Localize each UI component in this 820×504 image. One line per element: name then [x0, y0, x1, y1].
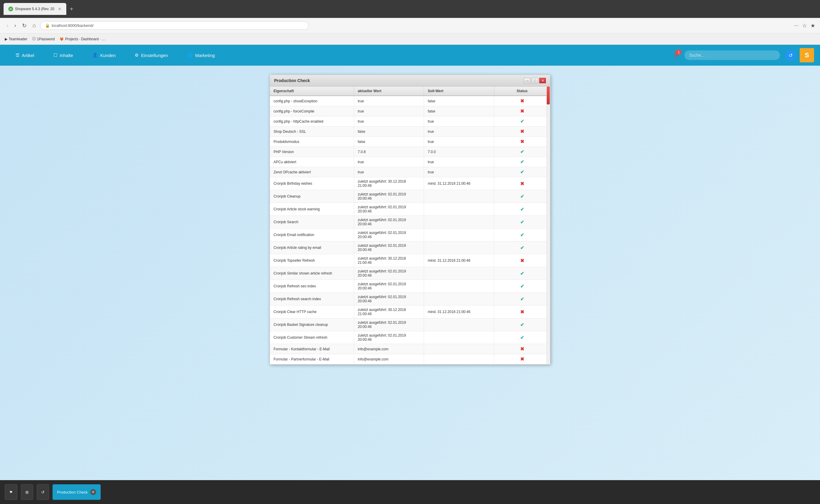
bookmark-1password[interactable]: ⓘ 1Password — [32, 36, 55, 41]
cell-aktwert: info@example.com — [354, 354, 424, 364]
favicon-icon: G — [8, 7, 13, 11]
bookmark-projects[interactable]: 🦊 Projects · Dashboard · … — [59, 37, 105, 41]
nav-einstellungen-label: Einstellungen — [141, 53, 168, 58]
cell-eigenschaft: Cronjob Customer Stream refresh — [270, 331, 354, 344]
browser-tab[interactable]: G Shopware 5.4.3 (Rev. 20 ✕ — [4, 3, 66, 15]
cell-eigenschaft: Formular - Kontaktformular - E-Mail — [270, 344, 354, 354]
modal-close-button[interactable]: ✕ — [539, 78, 546, 83]
cell-status: ✔ — [494, 157, 550, 167]
cell-aktwert: zuletzt ausgeführt: 30.12.2018 21:00:46 — [354, 177, 424, 190]
scrollbar-track[interactable] — [547, 87, 550, 364]
cell-sollwert — [424, 190, 494, 203]
cell-status: ✔ — [494, 267, 550, 280]
einstellungen-icon: ⚙ — [135, 53, 139, 58]
nav-inhalte[interactable]: ☐ Inhalte — [44, 45, 83, 66]
address-bar[interactable]: 🔒 localhost:8000/backend/ — [40, 21, 309, 30]
cell-aktwert: 7.0.8 — [354, 147, 424, 157]
status-error-icon: ✖ — [520, 346, 524, 352]
status-ok-icon: ✔ — [520, 271, 524, 276]
cell-eigenschaft: Cronjob Topseller Refresh — [270, 254, 354, 267]
nav-artikel[interactable]: ☰ Artikel — [6, 45, 44, 66]
user-avatar[interactable]: ↺ — [785, 50, 796, 61]
status-ok-icon: ✔ — [520, 335, 524, 340]
cell-status: ✔ — [494, 229, 550, 241]
cell-eigenschaft: PHP Version — [270, 147, 354, 157]
cell-aktwert: zuletzt ausgeführt: 02.01.2019 20:00:46 — [354, 331, 424, 344]
notification-badge: 1 — [676, 50, 681, 55]
cell-aktwert: false — [354, 127, 424, 137]
cell-aktwert: zuletzt ausgeführt: 02.01.2019 20:00:46 — [354, 280, 424, 293]
cell-eigenschaft: Cronjob Refresh search index — [270, 293, 354, 306]
cell-eigenschaft: Cronjob Cleanup — [270, 190, 354, 203]
status-ok-icon: ✔ — [520, 232, 524, 238]
status-ok-icon: ✔ — [520, 159, 524, 164]
taskbar-btn-2[interactable]: ⊞ — [21, 484, 33, 500]
modal-restore-button[interactable]: □ — [532, 78, 538, 83]
table-row: Produktivmodusfalsetrue✖ — [270, 137, 550, 147]
tab-close-button[interactable]: ✕ — [58, 7, 61, 11]
cell-status: ✔ — [494, 241, 550, 254]
new-tab-button[interactable]: + — [70, 6, 73, 13]
cell-sollwert: 7.0.0 — [424, 147, 494, 157]
modal-controls: — □ ✕ — [524, 78, 546, 83]
shopware-nav: ☰ Artikel ☐ Inhalte 👤 Kunden ⚙ Einstellu… — [0, 45, 820, 66]
bookmarks-icon[interactable]: ☆ — [802, 22, 807, 29]
nav-kunden[interactable]: 👤 Kunden — [83, 45, 125, 66]
home-button[interactable]: ⌂ — [31, 21, 38, 30]
cell-sollwert: true — [424, 116, 494, 127]
table-row: Shop Deutsch - SSLfalsetrue✖ — [270, 127, 550, 137]
taskbar-production-check[interactable]: Production Check ✕ — [53, 484, 101, 500]
cell-status: ✔ — [494, 203, 550, 216]
cell-sollwert: mind. 31.12.2018 21:00:46 — [424, 177, 494, 190]
cell-status: ✖ — [494, 137, 550, 147]
cell-eigenschaft: Shop Deutsch - SSL — [270, 127, 354, 137]
cell-aktwert: zuletzt ausgeführt: 02.01.2019 20:00:46 — [354, 229, 424, 241]
cell-sollwert: mind. 31.12.2018 21:00:46 — [424, 254, 494, 267]
nav-marketing[interactable]: 🌐 Marketing — [178, 45, 224, 66]
taskbar-btn-3[interactable]: ↺ — [37, 484, 49, 500]
refresh-button[interactable]: ↻ — [20, 21, 28, 30]
modal-minimize-button[interactable]: — — [524, 78, 530, 83]
table-row: APCu aktivierttruetrue✔ — [270, 157, 550, 167]
bookmark-label: Projects · Dashboard · … — [65, 37, 105, 41]
table-row: Cronjob Customer Stream refreshzuletzt a… — [270, 331, 550, 344]
table-row: config.php - showExceptiontruefalse✖ — [270, 96, 550, 106]
cell-aktwert: zuletzt ausgeführt: 02.01.2019 20:00:46 — [354, 318, 424, 331]
artikel-icon: ☰ — [16, 53, 19, 58]
status-error-icon: ✖ — [520, 109, 524, 114]
more-options-icon[interactable]: ··· — [794, 22, 799, 29]
cell-aktwert: zuletzt ausgeführt: 30.12.2018 21:00:46 — [354, 254, 424, 267]
help-button[interactable]: ❓ 1 — [672, 51, 680, 59]
cell-status: ✔ — [494, 216, 550, 229]
cell-aktwert: true — [354, 106, 424, 116]
star-icon[interactable]: ★ — [810, 22, 815, 29]
taskbar-icon-2: ⊞ — [25, 490, 29, 494]
table-header-row: Eigenschaft aktueller Wert Soll-Wert Sta… — [270, 87, 550, 96]
cell-status: ✔ — [494, 116, 550, 127]
cell-status: ✔ — [494, 190, 550, 203]
table-row: Cronjob Clear HTTP cachezuletzt ausgefüh… — [270, 306, 550, 318]
table-row: config.php - httpCache enabledtruetrue✔ — [270, 116, 550, 127]
cell-status: ✖ — [494, 96, 550, 106]
cell-sollwert — [424, 318, 494, 331]
bookmark-teamleader[interactable]: ▶ Teamleader — [5, 37, 27, 41]
production-check-modal: Production Check — □ ✕ Eigenschaft aktue… — [270, 75, 550, 365]
taskbar-btn-1[interactable]: ⚑ — [5, 484, 17, 500]
nav-einstellungen[interactable]: ⚙ Einstellungen — [125, 45, 177, 66]
back-button[interactable]: ‹ — [5, 21, 10, 30]
status-ok-icon: ✔ — [520, 220, 524, 225]
cell-aktwert: zuletzt ausgeführt: 02.01.2019 20:00:46 — [354, 241, 424, 254]
scrollbar-thumb[interactable] — [547, 87, 550, 104]
forward-button[interactable]: › — [13, 21, 18, 30]
cell-status: ✔ — [494, 318, 550, 331]
search-input[interactable] — [684, 50, 780, 60]
status-error-icon: ✖ — [520, 309, 524, 315]
table-row: Cronjob Email notificationzuletzt ausgef… — [270, 229, 550, 241]
taskbar-icon-3: ↺ — [41, 490, 44, 494]
bookmark-label: 1Password — [37, 37, 55, 41]
table-row: Formular - Kontaktformular - E-Mailinfo@… — [270, 344, 550, 354]
taskbar-production-check-close[interactable]: ✕ — [90, 489, 96, 495]
table-row: Formular - Partnerformular - E-Mailinfo@… — [270, 354, 550, 364]
cell-aktwert: zuletzt ausgeführt: 02.01.2019 20:00:46 — [354, 293, 424, 306]
cell-sollwert — [424, 203, 494, 216]
